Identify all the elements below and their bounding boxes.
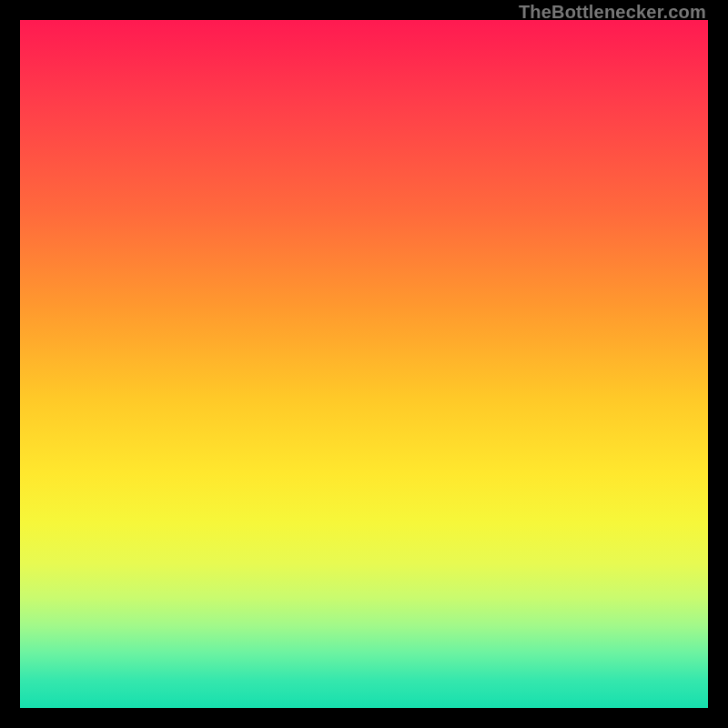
chart-background-gradient [20, 20, 708, 708]
chart-frame [20, 20, 708, 708]
chart-plot-area [20, 20, 708, 708]
